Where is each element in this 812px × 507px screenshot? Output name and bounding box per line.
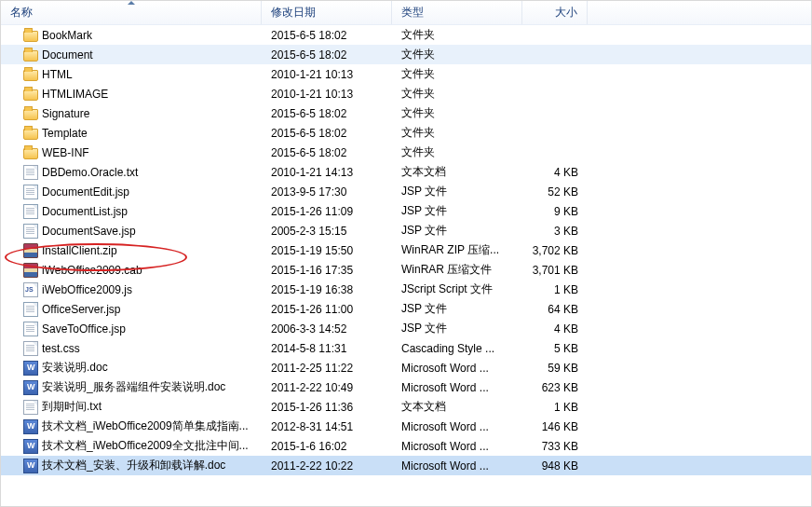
file-size-cell: 9 KB <box>522 205 588 218</box>
file-date-cell: 2011-2-22 10:22 <box>262 459 392 473</box>
file-name-label: DocumentSave.jsp <box>42 225 136 238</box>
file-row[interactable]: 技术文档_安装、升级和卸载详解.doc2011-2-22 10:22Micros… <box>1 456 811 475</box>
file-name-label: iWebOffice2009.cab <box>42 264 142 277</box>
file-type-cell: Microsoft Word ... <box>392 420 522 433</box>
file-name-cell[interactable]: HTMLIMAGE <box>1 87 262 101</box>
file-date-cell: 2015-1-19 15:50 <box>262 244 392 257</box>
column-header-name[interactable]: 名称 <box>1 1 262 24</box>
file-size-cell: 146 KB <box>522 420 588 433</box>
file-row[interactable]: Signature2015-6-5 18:02文件夹 <box>1 103 811 123</box>
doc-icon <box>23 439 38 454</box>
file-name-cell[interactable]: DocumentEdit.jsp <box>1 185 262 199</box>
file-name-label: DocumentEdit.jsp <box>42 185 129 199</box>
file-name-cell[interactable]: OfficeServer.jsp <box>1 302 262 317</box>
file-date-cell: 2013-9-5 17:30 <box>262 185 392 199</box>
file-row[interactable]: 安装说明_服务器端组件安装说明.doc2011-2-22 10:49Micros… <box>1 377 811 397</box>
folder-icon <box>23 109 38 120</box>
file-date-cell: 2015-6-5 18:02 <box>262 48 392 62</box>
file-type-cell: 文件夹 <box>392 27 522 43</box>
file-name-cell[interactable]: DocumentList.jsp <box>1 204 262 219</box>
jsp-icon <box>23 204 38 219</box>
file-row[interactable]: 安装说明.doc2011-2-25 11:22Microsoft Word ..… <box>1 358 811 377</box>
file-name-cell[interactable]: Signature <box>1 106 262 120</box>
file-type-cell: 文件夹 <box>392 105 522 121</box>
file-size-cell: 3,701 KB <box>522 264 588 277</box>
file-name-cell[interactable]: 安装说明_服务器端组件安装说明.doc <box>1 379 262 395</box>
file-row[interactable]: 技术文档_iWebOffice2009简单集成指南...2012-8-31 14… <box>1 417 811 436</box>
file-name-label: Document <box>42 48 93 62</box>
file-name-cell[interactable]: HTML <box>1 67 262 81</box>
file-name-label: test.css <box>42 342 80 355</box>
file-type-cell: Cascading Style ... <box>392 342 522 355</box>
file-name-label: OfficeServer.jsp <box>42 303 120 316</box>
file-row[interactable]: HTML2010-1-21 10:13文件夹 <box>1 64 811 84</box>
column-header-type-label: 类型 <box>401 5 424 21</box>
file-row[interactable]: 技术文档_iWebOffice2009全文批注中间...2015-1-6 16:… <box>1 436 811 456</box>
file-row[interactable]: DocumentSave.jsp2005-2-3 15:15JSP 文件3 KB <box>1 221 811 240</box>
file-date-cell: 2015-6-5 18:02 <box>262 29 392 42</box>
column-header-type[interactable]: 类型 <box>392 1 522 24</box>
file-name-cell[interactable]: iWebOffice2009.js <box>1 282 262 297</box>
file-type-cell: Microsoft Word ... <box>392 440 522 453</box>
file-date-cell: 2010-1-21 14:13 <box>262 166 392 179</box>
file-date-cell: 2011-2-25 11:22 <box>262 362 392 375</box>
file-name-cell[interactable]: InstallClient.zip <box>1 243 262 258</box>
file-date-cell: 2010-1-21 10:13 <box>262 68 392 81</box>
file-name-cell[interactable]: BookMark <box>1 28 262 42</box>
file-icon <box>23 165 38 180</box>
file-size-cell: 733 KB <box>522 440 588 453</box>
file-list: BookMark2015-6-5 18:02文件夹Document2015-6-… <box>1 25 811 475</box>
file-size-cell: 59 KB <box>522 362 588 375</box>
file-row[interactable]: iWebOffice2009.js2015-1-19 16:38JScript … <box>1 280 811 299</box>
file-size-cell: 52 KB <box>522 185 588 199</box>
column-header-row: 名称 修改日期 类型 大小 <box>1 1 811 25</box>
column-header-date[interactable]: 修改日期 <box>262 1 392 24</box>
file-type-cell: 文件夹 <box>392 47 522 62</box>
file-date-cell: 2015-6-5 18:02 <box>262 127 392 140</box>
file-row[interactable]: HTMLIMAGE2010-1-21 10:13文件夹 <box>1 84 811 103</box>
file-row[interactable]: SaveToOffice.jsp2006-3-3 14:52JSP 文件4 KB <box>1 319 811 338</box>
file-size-cell: 1 KB <box>522 283 588 296</box>
file-name-label: Template <box>42 127 88 140</box>
file-row[interactable]: InstallClient.zip2015-1-19 15:50WinRAR Z… <box>1 240 811 260</box>
file-type-cell: 文件夹 <box>392 86 522 102</box>
file-row[interactable]: DBDemo.Oracle.txt2010-1-21 14:13文本文档4 KB <box>1 162 811 182</box>
file-name-label: HTML <box>42 68 73 81</box>
file-name-cell[interactable]: 安装说明.doc <box>1 360 262 376</box>
file-row[interactable]: test.css2014-5-8 11:31Cascading Style ..… <box>1 338 811 358</box>
file-name-cell[interactable]: DocumentSave.jsp <box>1 224 262 239</box>
file-name-cell[interactable]: WEB-INF <box>1 145 262 159</box>
file-row[interactable]: BookMark2015-6-5 18:02文件夹 <box>1 25 811 45</box>
file-name-cell[interactable]: 技术文档_iWebOffice2009简单集成指南... <box>1 418 262 434</box>
column-header-size[interactable]: 大小 <box>522 1 588 24</box>
file-row[interactable]: iWebOffice2009.cab2015-1-16 17:35WinRAR … <box>1 260 811 280</box>
column-header-name-label: 名称 <box>10 5 33 21</box>
doc-icon <box>23 380 38 395</box>
file-name-cell[interactable]: 技术文档_安装、升级和卸载详解.doc <box>1 458 262 473</box>
file-name-cell[interactable]: test.css <box>1 341 262 356</box>
file-name-cell[interactable]: 到期时间.txt <box>1 399 262 415</box>
file-name-cell[interactable]: 技术文档_iWebOffice2009全文批注中间... <box>1 438 262 454</box>
file-row[interactable]: 到期时间.txt2015-1-26 11:36文本文档1 KB <box>1 397 811 417</box>
file-name-cell[interactable]: Document <box>1 48 262 62</box>
file-row[interactable]: Template2015-6-5 18:02文件夹 <box>1 123 811 143</box>
file-row[interactable]: OfficeServer.jsp2015-1-26 11:00JSP 文件64 … <box>1 299 811 319</box>
file-name-cell[interactable]: DBDemo.Oracle.txt <box>1 165 262 180</box>
file-row[interactable]: WEB-INF2015-6-5 18:02文件夹 <box>1 143 811 162</box>
file-date-cell: 2006-3-3 14:52 <box>262 322 392 336</box>
file-name-label: 到期时间.txt <box>42 399 102 415</box>
file-name-label: iWebOffice2009.js <box>42 283 132 296</box>
file-size-cell: 3,702 KB <box>522 244 588 257</box>
file-row[interactable]: Document2015-6-5 18:02文件夹 <box>1 45 811 64</box>
file-row[interactable]: DocumentEdit.jsp2013-9-5 17:30JSP 文件52 K… <box>1 182 811 201</box>
file-name-label: 技术文档_iWebOffice2009全文批注中间... <box>42 438 249 454</box>
file-name-cell[interactable]: iWebOffice2009.cab <box>1 263 262 278</box>
file-date-cell: 2012-8-31 14:51 <box>262 420 392 433</box>
js-icon <box>23 282 38 297</box>
file-size-cell: 1 KB <box>522 401 588 414</box>
file-date-cell: 2015-1-26 11:09 <box>262 205 392 218</box>
file-row[interactable]: DocumentList.jsp2015-1-26 11:09JSP 文件9 K… <box>1 201 811 221</box>
file-name-label: 安装说明_服务器端组件安装说明.doc <box>42 379 225 395</box>
file-name-cell[interactable]: Template <box>1 126 262 140</box>
file-name-cell[interactable]: SaveToOffice.jsp <box>1 322 262 336</box>
